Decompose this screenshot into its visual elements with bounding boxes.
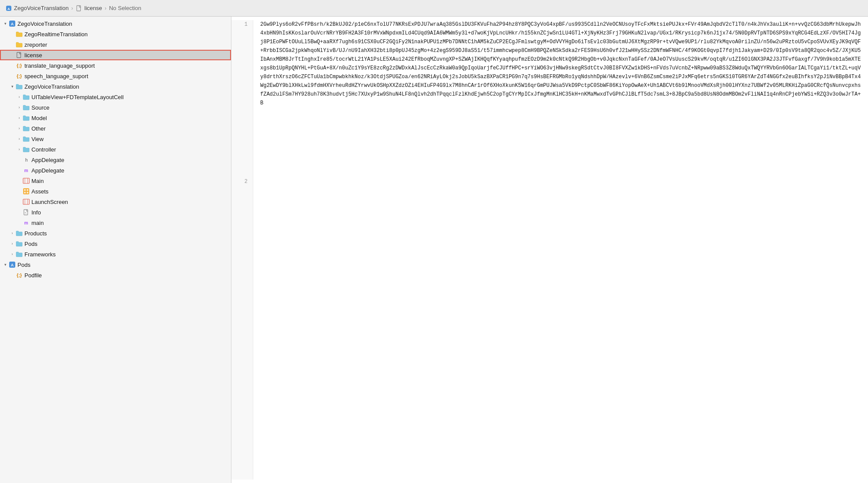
sidebar-item-source[interactable]: › Source	[0, 102, 231, 113]
svg-rect-12	[24, 192, 26, 193]
sidebar-item-uitableview-fdtemplate[interactable]: › UITableView+FDTemplateLayoutCell	[0, 92, 231, 102]
sidebar-label: AppDelegate	[31, 157, 64, 163]
svg-rect-6	[23, 178, 29, 183]
svg-text:A: A	[11, 263, 14, 267]
sidebar-label: Assets	[31, 188, 48, 195]
code-content[interactable]: 2Gw9Plys6oR2vFfPBsrh/k2BkUJ02/p1eC6nxTol…	[253, 20, 868, 480]
disclosure-expanded3[interactable]: ▾	[2, 261, 9, 268]
sidebar-label: ZegoVoiceTranslation	[17, 21, 72, 27]
breadcrumb-sep-1: ›	[71, 5, 73, 11]
sidebar-label: Other	[31, 125, 46, 132]
sidebar-label: Controller	[31, 146, 56, 153]
storyboard-icon2	[23, 198, 30, 205]
disclosure-collapsed3[interactable]: ›	[16, 114, 23, 121]
sidebar-label: Frameworks	[24, 251, 56, 258]
sidebar-label: translate_language_support	[24, 62, 95, 69]
disclosure-expanded2[interactable]: ▾	[9, 83, 16, 90]
svg-text:PL: PL	[24, 212, 27, 214]
sidebar-item-zegorealtimetranslation[interactable]: ZegoRealtimeTranslation	[0, 29, 231, 39]
folder-icon	[16, 83, 23, 90]
json-icon2: {;}	[16, 72, 23, 79]
m-file-icon: m	[23, 167, 30, 174]
disclosure-expanded[interactable]: ▾	[2, 20, 9, 27]
sidebar-item-products[interactable]: › Products	[0, 228, 231, 238]
sidebar-item-model[interactable]: › Model	[0, 113, 231, 123]
sidebar-item-podfile[interactable]: {;} Podfile	[0, 270, 231, 280]
folder-icon7	[23, 146, 30, 153]
sidebar[interactable]: ▾ A ZegoVoiceTranslation ZegoRealtimeTra…	[0, 17, 231, 483]
sidebar-item-zegovoicetranslation-root[interactable]: ▾ A ZegoVoiceTranslation	[0, 18, 231, 29]
sidebar-item-other[interactable]: › Other	[0, 123, 231, 134]
svg-text:A: A	[11, 22, 14, 26]
json-icon: {;}	[16, 62, 23, 69]
sidebar-label: Pods	[24, 241, 38, 247]
m-file-icon2: m	[23, 219, 30, 226]
sidebar-label: Pods	[17, 262, 31, 268]
code-view: 1 2 2Gw9Plys6oR2vFfPBsrh/k2BkUJ02/p1eC6n…	[231, 17, 868, 483]
folder-icon4	[23, 114, 30, 121]
breadcrumb-app-label: ZegoVoiceTranslation	[14, 5, 69, 11]
disclosure-collapsed6[interactable]: ›	[16, 146, 23, 153]
folder-icon5	[23, 125, 30, 132]
sidebar-label: View	[31, 136, 44, 142]
sidebar-label: ZegoRealtimeTranslation	[24, 31, 88, 38]
disclosure-collapsed8[interactable]: ›	[9, 240, 16, 247]
breadcrumb-app: A ZegoVoiceTranslation	[5, 5, 69, 12]
line-number-2: 2	[237, 177, 248, 186]
svg-rect-14	[23, 199, 29, 204]
breadcrumb-file-label: license	[84, 5, 102, 11]
file-icon	[76, 5, 83, 12]
assets-icon	[23, 188, 30, 195]
disclosure-collapsed4[interactable]: ›	[16, 125, 23, 132]
sidebar-label: AppDelegate	[31, 167, 64, 174]
app-icon: A	[9, 20, 16, 27]
sidebar-label: Model	[31, 115, 47, 121]
sidebar-item-pods-child[interactable]: › Pods	[0, 238, 231, 249]
sidebar-item-main-storyboard[interactable]: Main	[0, 176, 231, 186]
group-ref-icon	[16, 31, 23, 38]
disclosure-collapsed5[interactable]: ›	[16, 135, 23, 142]
breadcrumb-file: license	[76, 5, 102, 12]
sidebar-label: Products	[24, 230, 47, 237]
disclosure-collapsed9[interactable]: ›	[9, 251, 16, 258]
folder-icon3	[23, 104, 30, 111]
storyboard-icon	[23, 177, 30, 184]
file-icon	[16, 52, 23, 59]
svg-text:A: A	[7, 7, 10, 11]
app-icon: A	[5, 5, 12, 12]
sidebar-label: Main	[31, 178, 44, 184]
sidebar-item-translate-language-support[interactable]: {;} translate_language_support	[0, 60, 231, 71]
folder-icon2	[23, 93, 30, 100]
breadcrumb-no-selection: No Selection	[109, 5, 141, 11]
sidebar-item-main-m[interactable]: m main	[0, 217, 231, 228]
plist-icon: PL	[23, 209, 30, 216]
sidebar-item-zegovoicetranslation-group[interactable]: ▾ ZegoVoiceTranslation	[0, 81, 231, 92]
sidebar-item-pods-root[interactable]: ▾ A Pods	[0, 259, 231, 270]
sidebar-item-view[interactable]: › View	[0, 134, 231, 144]
disclosure-collapsed7[interactable]: ›	[9, 230, 16, 237]
sidebar-item-assets[interactable]: Assets	[0, 186, 231, 197]
sidebar-item-controller[interactable]: › Controller	[0, 144, 231, 155]
sidebar-label: license	[24, 52, 42, 59]
disclosure-collapsed2[interactable]: ›	[16, 104, 23, 111]
sidebar-label: Source	[31, 104, 49, 111]
sidebar-label: zreporter	[24, 41, 47, 48]
sidebar-item-zreporter[interactable]: zreporter	[0, 39, 231, 50]
group-ref-icon2	[16, 41, 23, 48]
sidebar-label: LaunchScreen	[31, 199, 68, 205]
svg-rect-13	[27, 192, 28, 193]
sidebar-item-license[interactable]: license	[0, 50, 231, 60]
sidebar-label: UITableView+FDTemplateLayoutCell	[31, 94, 124, 100]
app-icon2: A	[9, 261, 16, 268]
folder-icon6	[23, 135, 30, 142]
sidebar-item-speech-language-support[interactable]: {;} speech_language_suport	[0, 71, 231, 81]
sidebar-item-appdelegate-h[interactable]: h AppDelegate	[0, 155, 231, 165]
sidebar-item-launchscreen[interactable]: LaunchScreen	[0, 197, 231, 207]
sidebar-label: Podfile	[24, 272, 42, 279]
sidebar-item-frameworks[interactable]: › Frameworks	[0, 249, 231, 259]
svg-rect-5	[17, 52, 21, 58]
disclosure-collapsed[interactable]: ›	[16, 93, 23, 100]
sidebar-item-appdelegate-m[interactable]: m AppDelegate	[0, 165, 231, 176]
breadcrumb-no-selection-label: No Selection	[109, 5, 141, 11]
sidebar-item-info-plist[interactable]: PL Info	[0, 207, 231, 217]
